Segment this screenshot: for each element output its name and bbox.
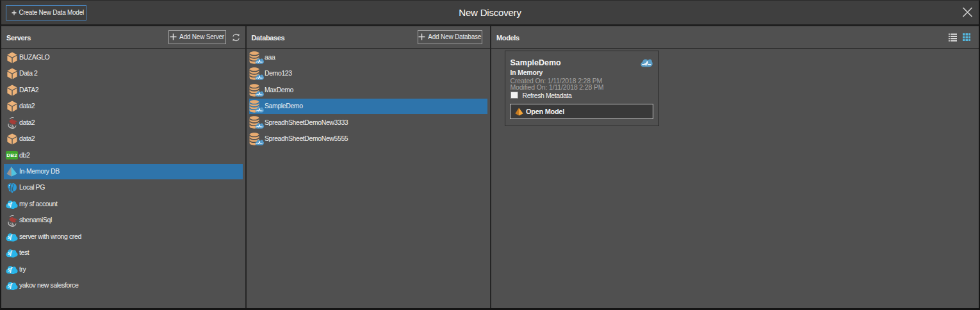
svg-text:sf: sf [7,250,12,256]
svg-text:sf: sf [7,266,12,273]
svg-text:sf: sf [7,201,12,208]
svg-text:sf: sf [7,234,12,240]
svg-text:sf: sf [7,282,12,289]
